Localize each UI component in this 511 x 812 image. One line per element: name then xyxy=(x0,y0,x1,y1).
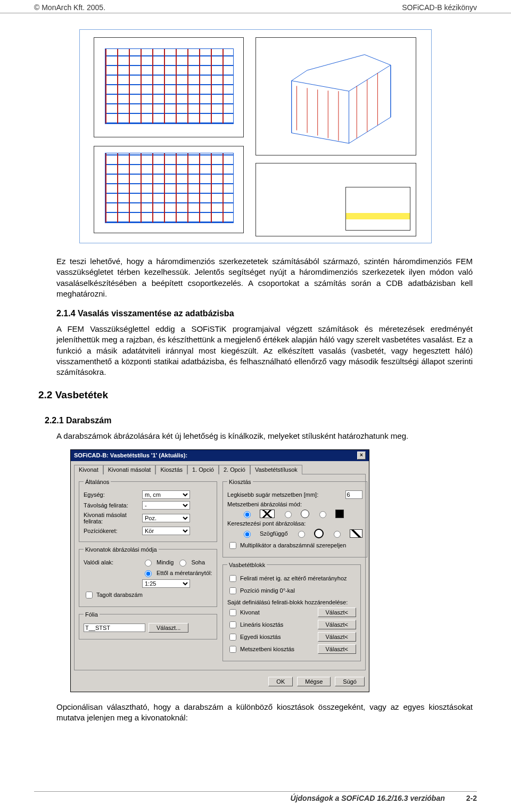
tab-kivonat[interactable]: Kivonat xyxy=(74,465,103,474)
fieldset-folia: Fólia Választ... xyxy=(79,611,217,639)
header-left: © MonArch Kft. 2005. xyxy=(34,3,105,12)
fieldset-extract-mode: Kivonatok ábrázolási módja Valódi alak: … xyxy=(79,546,217,607)
sectmode-radio-1[interactable] xyxy=(244,511,251,518)
paragraph-2-2-1: A darabszámok ábrázolására két új lehető… xyxy=(56,431,473,441)
copy-label-select[interactable]: Poz. xyxy=(142,514,190,522)
crosspoint-radio-angle[interactable] xyxy=(244,531,251,538)
footer-text: Újdonságok a SOFiCAD 16.2/16.3 verzióban xyxy=(291,794,445,802)
folia-choose-button[interactable]: Választ... xyxy=(149,623,188,633)
paragraph-after-dialog: Opcionálisan választható, hogy a darabsz… xyxy=(56,702,473,724)
crossed-rect-icon xyxy=(260,510,275,518)
caption-size-checkbox[interactable] xyxy=(229,575,236,582)
position-frame-select[interactable]: Kör xyxy=(142,527,190,535)
assign-single-checkbox[interactable] xyxy=(229,634,236,641)
tab-opcio-1[interactable]: 1. Opció xyxy=(187,465,219,474)
page-header: © MonArch Kft. 2005. SOFiCAD-B kézikönyv xyxy=(0,0,511,13)
iso-wireframe-icon xyxy=(269,44,403,149)
tab-vasbetetstilusok[interactable]: Vasbetétstílusok xyxy=(250,465,302,474)
ring-icon xyxy=(314,529,324,538)
fieldset-vasbetetblokk: Vasbetétblokk Felirati méret ig. az elté… xyxy=(222,562,361,661)
min-radius-input[interactable] xyxy=(345,490,362,499)
circle-icon xyxy=(301,510,309,518)
crosspoint-radio-slash[interactable] xyxy=(334,531,341,538)
paragraph-2-1-4: A FEM Vasszükséglettel eddig a SOFiSTiK … xyxy=(56,324,473,378)
fieldset-general: Általános Egység: m, cm Távolság felirat… xyxy=(79,479,217,542)
heading-2-2: 2.2 Vasbetétek xyxy=(38,389,473,401)
sectmode-radio-2[interactable] xyxy=(285,511,292,518)
tab-kiosztas[interactable]: Kiosztás xyxy=(155,465,187,474)
assign-section-checkbox[interactable] xyxy=(229,646,236,653)
pos-zero-checkbox[interactable] xyxy=(229,587,236,594)
scale-select[interactable]: 1:25 xyxy=(142,579,190,588)
real-radio-never[interactable] xyxy=(179,560,186,567)
tab-opcio-2[interactable]: 2. Opció xyxy=(219,465,250,474)
folia-input[interactable] xyxy=(84,624,145,632)
help-button[interactable]: Súgó xyxy=(335,677,365,686)
unit-select[interactable]: m, cm xyxy=(142,490,190,499)
heading-2-1-4: 2.1.4 Vasalás visszamentése az adatbázis… xyxy=(56,309,473,318)
select-button-kivonat[interactable]: Választ< xyxy=(318,608,357,617)
header-right: SOFiCAD-B kézikönyv xyxy=(402,3,477,12)
page-number: 2-2 xyxy=(466,794,477,802)
style-dialog: SOFiCAD-B: Vasbetétstílus '1' (Aktuális)… xyxy=(70,449,369,692)
svg-line-5 xyxy=(349,65,391,91)
select-button-linear[interactable]: Választ< xyxy=(318,620,357,629)
multiplicator-checkbox[interactable] xyxy=(229,542,236,549)
svg-line-4 xyxy=(292,81,349,92)
real-radio-from-scale[interactable] xyxy=(145,570,152,577)
split-count-checkbox[interactable] xyxy=(86,592,93,598)
title-block xyxy=(345,187,410,231)
distance-label-select[interactable]: - xyxy=(142,501,190,510)
select-button-section[interactable]: Választ< xyxy=(318,644,357,654)
ok-button[interactable]: OK xyxy=(268,677,293,686)
filled-square-icon xyxy=(335,510,344,518)
select-button-single[interactable]: Választ< xyxy=(318,632,357,642)
cancel-button[interactable]: Mégse xyxy=(297,677,331,686)
paragraph-intro: Ez teszi lehetővé, hogy a háromdimenziós… xyxy=(56,256,473,299)
real-radio-always[interactable] xyxy=(145,560,152,567)
page-footer: Újdonságok a SOFiCAD 16.2/16.3 verzióban… xyxy=(34,791,477,802)
slash-icon xyxy=(350,529,362,538)
technical-drawing-figure xyxy=(79,29,432,243)
close-icon[interactable]: × xyxy=(357,452,366,460)
svg-marker-0 xyxy=(292,55,391,144)
crosspoint-radio-circle[interactable] xyxy=(298,531,305,538)
assign-kivonat-checkbox[interactable] xyxy=(229,609,236,616)
dialog-tabs: Kivonat Kivonati másolat Kiosztás 1. Opc… xyxy=(71,461,369,474)
sectmode-radio-3[interactable] xyxy=(319,511,326,518)
assign-linear-checkbox[interactable] xyxy=(229,621,236,628)
fieldset-kiosztas: Kiosztás Legkisebb sugár metszetben [mm]… xyxy=(222,479,367,557)
heading-2-2-1: 2.2.1 Darabszám xyxy=(45,416,473,425)
tab-kivonati-masolat[interactable]: Kivonati másolat xyxy=(103,465,156,474)
dialog-title: SOFiCAD-B: Vasbetétstílus '1' (Aktuális)… xyxy=(74,452,187,458)
